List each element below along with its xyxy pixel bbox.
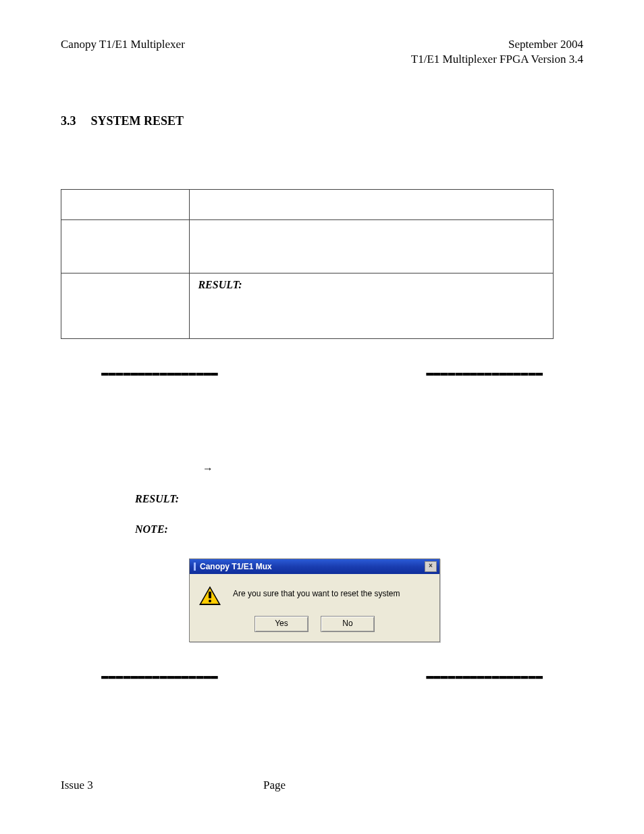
table-cell [190,190,554,220]
page-header: Canopy T1/E1 Multiplexer September 2004 … [61,37,583,67]
footer-page: Page [263,779,286,792]
dash-left: ▬▬▬▬▬▬▬▬▬▬▬▬▬▬▬▬ [101,669,218,683]
section-title: SYSTEM RESET [91,114,184,128]
dash-right: ▬▬▬▬▬▬▬▬▬▬▬▬▬▬▬▬ [426,366,543,380]
dialog-message: Are you sure that you want to reset the … [233,586,400,598]
dialog-titlebar: Canopy T1/E1 Mux × [190,559,439,574]
dash-left: ▬▬▬▬▬▬▬▬▬▬▬▬▬▬▬▬ [101,366,218,380]
section-number: 3.3 [61,114,88,128]
dialog-title: Canopy T1/E1 Mux [200,562,272,571]
close-button[interactable]: × [425,561,437,572]
table-cell [61,220,190,273]
content-table: RESULT: [61,189,554,339]
page-footer: Issue 3 Page [61,779,583,792]
header-left: Canopy T1/E1 Multiplexer [61,37,185,67]
note-label: NOTE: [135,523,168,535]
divider-row-bottom: ▬▬▬▬▬▬▬▬▬▬▬▬▬▬▬▬ ▬▬▬▬▬▬▬▬▬▬▬▬▬▬▬▬ [61,669,583,683]
confirm-dialog: Canopy T1/E1 Mux × Are you sure that you… [189,558,440,642]
close-icon: × [429,562,433,569]
warning-icon [199,586,221,605]
footer-issue: Issue 3 [61,779,263,792]
divider-row-top: ▬▬▬▬▬▬▬▬▬▬▬▬▬▬▬▬ ▬▬▬▬▬▬▬▬▬▬▬▬▬▬▬▬ [61,366,583,380]
result-label: RESULT: [198,279,242,290]
mid-block: → RESULT: NOTE: [61,454,583,544]
dash-right: ▬▬▬▬▬▬▬▬▬▬▬▬▬▬▬▬ [426,669,543,683]
yes-button[interactable]: Yes [254,616,308,632]
header-right: September 2004 T1/E1 Multiplexer FPGA Ve… [411,37,583,67]
table-cell [61,273,190,339]
header-date: September 2004 [411,37,583,52]
header-version: T1/E1 Multiplexer FPGA Version 3.4 [411,52,583,67]
dialog-screenshot: Canopy T1/E1 Mux × Are you sure that you… [189,558,583,642]
arrow-icon: → [203,463,213,474]
table-cell [190,220,554,273]
section-heading: 3.3 SYSTEM RESET [61,114,583,128]
table-cell: RESULT: [190,273,554,339]
no-button[interactable]: No [321,616,375,632]
result-label: RESULT: [135,493,179,504]
table-cell [61,190,190,220]
titlebar-notch-icon [194,563,196,571]
